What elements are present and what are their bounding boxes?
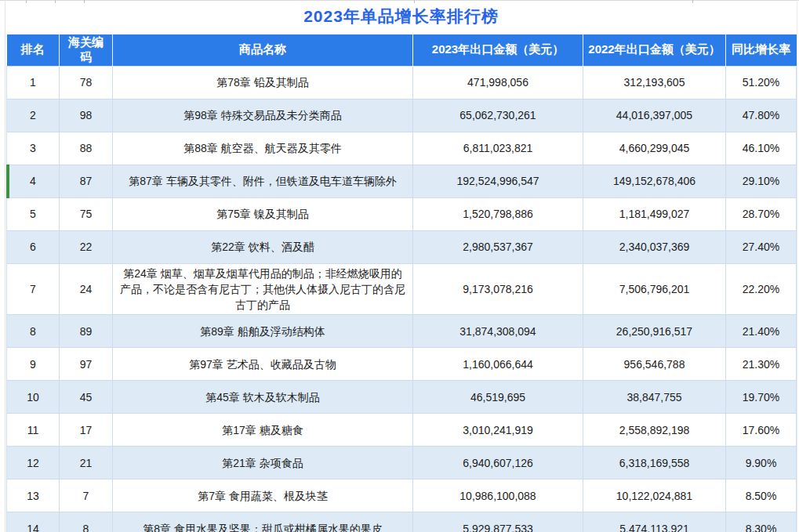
hs-code-cell[interactable]: 89 [60, 315, 113, 348]
growth-cell[interactable]: 19.70% [726, 381, 797, 414]
product-name-cell[interactable]: 第97章 艺术品、收藏品及古物 [113, 348, 413, 381]
rank-cell[interactable]: 6 [7, 230, 60, 263]
hs-code-cell[interactable]: 97 [60, 348, 113, 381]
table-row[interactable]: 14 8 第8章 食用水果及坚果；甜瓜或柑橘属水果的果皮 5,929,877,5… [7, 512, 797, 532]
product-name-cell[interactable]: 第78章 铅及其制品 [113, 66, 413, 99]
table-row[interactable]: 2 98 第98章 特殊交易品及未分类商品 65,062,730,261 44,… [7, 99, 797, 132]
hs-code-cell[interactable]: 8 [60, 512, 113, 532]
amount-2023-cell[interactable]: 10,986,100,088 [413, 480, 583, 512]
table-row[interactable]: 9 97 第97章 艺术品、收藏品及古物 1,160,066,644 956,5… [7, 348, 797, 381]
growth-cell[interactable]: 51.20% [726, 66, 797, 99]
amount-2022-cell[interactable]: 149,152,678,406 [583, 165, 726, 197]
amount-2023-cell[interactable]: 5,929,877,533 [413, 512, 583, 532]
amount-2023-cell[interactable]: 1,520,798,886 [413, 197, 583, 230]
table-row[interactable]: 10 45 第45章 软木及软木制品 46,519,695 38,847,755… [7, 381, 797, 414]
amount-2023-cell[interactable]: 6,811,023,821 [413, 132, 583, 165]
product-name-cell[interactable]: 第45章 软木及软木制品 [113, 381, 413, 414]
table-row[interactable]: 4 87 第87章 车辆及其零件、附件，但铁道及电车道车辆除外 192,524,… [7, 165, 797, 197]
amount-2022-cell[interactable]: 7,506,796,201 [583, 263, 726, 315]
growth-cell[interactable]: 47.80% [726, 99, 797, 132]
growth-cell[interactable]: 28.70% [726, 197, 797, 230]
amount-2023-cell[interactable]: 6,940,607,126 [413, 447, 583, 480]
growth-cell[interactable]: 8.30% [726, 512, 797, 532]
amount-2023-cell[interactable]: 2,980,537,367 [413, 230, 583, 263]
amount-2022-cell[interactable]: 2,340,037,369 [583, 230, 726, 263]
product-name-cell[interactable]: 第7章 食用蔬菜、根及块茎 [113, 480, 413, 512]
amount-2022-cell[interactable]: 2,558,892,198 [583, 414, 726, 447]
rank-cell[interactable]: 14 [7, 512, 60, 532]
amount-2022-cell[interactable]: 10,122,024,881 [583, 480, 726, 512]
rank-cell[interactable]: 8 [7, 315, 60, 348]
product-name-cell[interactable]: 第21章 杂项食品 [113, 447, 413, 480]
hs-code-cell[interactable]: 7 [60, 480, 113, 512]
amount-2022-cell[interactable]: 5,474,113,921 [583, 512, 726, 532]
hs-code-cell[interactable]: 75 [60, 197, 113, 230]
amount-2022-cell[interactable]: 38,847,755 [583, 381, 726, 414]
amount-2023-cell[interactable]: 192,524,996,547 [413, 165, 583, 197]
product-name-cell[interactable]: 第8章 食用水果及坚果；甜瓜或柑橘属水果的果皮 [113, 512, 413, 532]
rank-cell[interactable]: 1 [7, 66, 60, 99]
hs-code-cell[interactable]: 24 [60, 263, 113, 315]
growth-cell[interactable]: 21.30% [726, 348, 797, 381]
rank-cell[interactable]: 4 [7, 165, 60, 197]
amount-2022-cell[interactable]: 44,016,397,005 [583, 99, 726, 132]
amount-2022-cell[interactable]: 312,193,605 [583, 66, 726, 99]
rank-cell[interactable]: 9 [7, 348, 60, 381]
rank-cell[interactable]: 7 [7, 263, 60, 315]
amount-2023-cell[interactable]: 3,010,241,919 [413, 414, 583, 447]
product-name-cell[interactable]: 第87章 车辆及其零件、附件，但铁道及电车道车辆除外 [113, 165, 413, 197]
rank-cell[interactable]: 5 [7, 197, 60, 230]
table-row[interactable]: 7 24 第24章 烟草、烟草及烟草代用品的制品；非经燃烧吸用的产品，不论是否含… [7, 263, 797, 315]
amount-2023-cell[interactable]: 65,062,730,261 [413, 99, 583, 132]
table-row[interactable]: 3 88 第88章 航空器、航天器及其零件 6,811,023,821 4,66… [7, 132, 797, 165]
header-hs-code: 海关编码 [60, 34, 113, 66]
table-row[interactable]: 12 21 第21章 杂项食品 6,940,607,126 6,318,169,… [7, 447, 797, 480]
amount-2023-cell[interactable]: 46,519,695 [413, 381, 583, 414]
hs-code-cell[interactable]: 98 [60, 99, 113, 132]
growth-cell[interactable]: 21.40% [726, 315, 797, 348]
rank-cell[interactable]: 12 [7, 447, 60, 480]
amount-2023-cell[interactable]: 31,874,308,094 [413, 315, 583, 348]
growth-cell[interactable]: 17.60% [726, 414, 797, 447]
growth-cell[interactable]: 29.10% [726, 165, 797, 197]
product-name-cell[interactable]: 第17章 糖及糖食 [113, 414, 413, 447]
growth-cell[interactable]: 27.40% [726, 230, 797, 263]
amount-2023-cell[interactable]: 1,160,066,644 [413, 348, 583, 381]
table-row[interactable]: 5 75 第75章 镍及其制品 1,520,798,886 1,181,499,… [7, 197, 797, 230]
amount-2023-cell[interactable]: 471,998,056 [413, 66, 583, 99]
amount-2022-cell[interactable]: 956,546,788 [583, 348, 726, 381]
rank-cell[interactable]: 2 [7, 99, 60, 132]
growth-cell[interactable]: 46.10% [726, 132, 797, 165]
hs-code-cell[interactable]: 45 [60, 381, 113, 414]
rank-cell[interactable]: 13 [7, 480, 60, 512]
table-row[interactable]: 8 89 第89章 船舶及浮动结构体 31,874,308,094 26,250… [7, 315, 797, 348]
table-row[interactable]: 1 78 第78章 铅及其制品 471,998,056 312,193,605 … [7, 66, 797, 99]
rank-cell[interactable]: 3 [7, 132, 60, 165]
amount-2022-cell[interactable]: 26,250,916,517 [583, 315, 726, 348]
product-name-cell[interactable]: 第24章 烟草、烟草及烟草代用品的制品；非经燃烧吸用的产品，不论是否含有尼古丁；… [113, 263, 413, 315]
hs-code-cell[interactable]: 78 [60, 66, 113, 99]
growth-cell[interactable]: 22.20% [726, 263, 797, 315]
hs-code-cell[interactable]: 17 [60, 414, 113, 447]
growth-cell[interactable]: 8.50% [726, 480, 797, 512]
amount-2023-cell[interactable]: 9,173,078,216 [413, 263, 583, 315]
table-row[interactable]: 6 22 第22章 饮料、酒及醋 2,980,537,367 2,340,037… [7, 230, 797, 263]
rank-cell[interactable]: 11 [7, 414, 60, 447]
growth-cell[interactable]: 9.90% [726, 447, 797, 480]
hs-code-cell[interactable]: 87 [60, 165, 113, 197]
page-title: 2023年单品增长率排行榜 [6, 0, 796, 34]
amount-2022-cell[interactable]: 6,318,169,558 [583, 447, 726, 480]
hs-code-cell[interactable]: 88 [60, 132, 113, 165]
product-name-cell[interactable]: 第88章 航空器、航天器及其零件 [113, 132, 413, 165]
hs-code-cell[interactable]: 22 [60, 230, 113, 263]
hs-code-cell[interactable]: 21 [60, 447, 113, 480]
product-name-cell[interactable]: 第89章 船舶及浮动结构体 [113, 315, 413, 348]
product-name-cell[interactable]: 第75章 镍及其制品 [113, 197, 413, 230]
product-name-cell[interactable]: 第22章 饮料、酒及醋 [113, 230, 413, 263]
amount-2022-cell[interactable]: 4,660,299,045 [583, 132, 726, 165]
table-row[interactable]: 13 7 第7章 食用蔬菜、根及块茎 10,986,100,088 10,122… [7, 480, 797, 512]
amount-2022-cell[interactable]: 1,181,499,027 [583, 197, 726, 230]
table-row[interactable]: 11 17 第17章 糖及糖食 3,010,241,919 2,558,892,… [7, 414, 797, 447]
product-name-cell[interactable]: 第98章 特殊交易品及未分类商品 [113, 99, 413, 132]
rank-cell[interactable]: 10 [7, 381, 60, 414]
